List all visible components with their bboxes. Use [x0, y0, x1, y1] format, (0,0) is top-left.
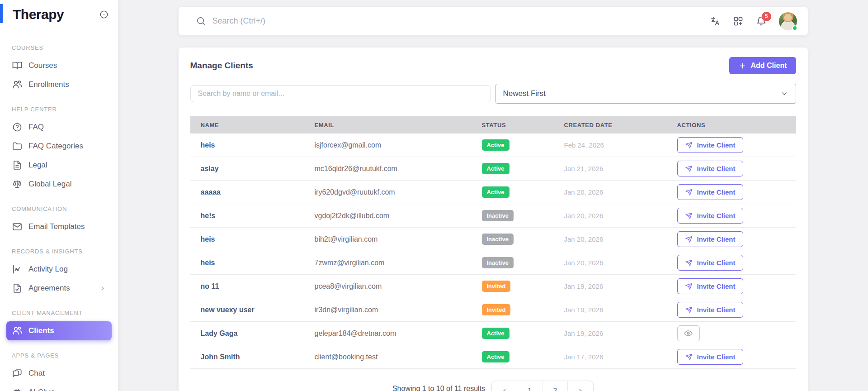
client-name: heis — [190, 259, 315, 267]
status-badge: Active — [482, 186, 509, 198]
page-button-1[interactable]: 1 — [517, 381, 542, 391]
sidebar-toggle-icon[interactable] — [99, 10, 109, 19]
apps-grid-icon[interactable] — [733, 16, 744, 27]
sort-select[interactable]: Newest First — [495, 84, 796, 104]
sidebar-item-label: Courses — [28, 61, 106, 70]
sidebar-item-enrollments[interactable]: Enrollments — [6, 75, 112, 94]
sidebar-item-activity-log[interactable]: Activity Log — [6, 260, 112, 279]
card-header: Manage Clients Add Client — [190, 57, 796, 75]
send-icon — [685, 282, 693, 291]
sidebar-item-courses[interactable]: Courses — [6, 56, 112, 75]
send-icon — [685, 212, 693, 220]
invite-client-button[interactable]: Invite Client — [677, 208, 743, 224]
sidebar-item-agreements[interactable]: Agreements — [6, 279, 112, 298]
pagination: Showing 1 to 10 of 11 results 12 — [190, 381, 796, 391]
eye-icon — [684, 329, 693, 338]
sidebar-item-label: Legal — [28, 161, 106, 170]
language-icon[interactable] — [710, 16, 721, 27]
sidebar-item-chat[interactable]: Chat — [6, 364, 112, 383]
table-row: no 11pcea8@virgilian.comInvitedJan 19, 2… — [190, 275, 796, 298]
logo-row: Therapy — [0, 0, 118, 29]
app-logo: Therapy — [13, 7, 99, 22]
client-email: gelepar184@dretnar.com — [315, 329, 482, 338]
add-client-button[interactable]: Add Client — [729, 57, 796, 74]
send-icon — [685, 141, 693, 149]
invite-client-button[interactable]: Invite Client — [677, 231, 743, 247]
row-actions: Invite Client — [677, 231, 796, 247]
created-date: Jan 19, 2026 — [564, 282, 677, 290]
sidebar-item-legal[interactable]: Legal — [6, 156, 112, 175]
users-icon — [12, 325, 23, 336]
global-search-input[interactable] — [212, 16, 402, 26]
invite-client-button[interactable]: Invite Client — [677, 278, 743, 294]
nav-section-label: RECORDS & INSIGHTS — [12, 248, 106, 255]
created-date: Jan 21, 2026 — [564, 165, 677, 172]
send-icon — [685, 259, 693, 267]
client-email: mc16qldr26@ruutukf.com — [315, 165, 482, 173]
next-page-button[interactable] — [568, 381, 593, 391]
invite-client-button[interactable]: Invite Client — [677, 302, 743, 318]
client-name: Lady Gaga — [190, 329, 315, 338]
client-name: new vuexy user — [190, 306, 315, 314]
status-badge: Inactive — [482, 257, 514, 268]
invite-client-button[interactable]: Invite Client — [677, 184, 743, 200]
client-search-input[interactable] — [190, 85, 491, 102]
row-actions: Invite Client — [677, 255, 796, 271]
invite-client-button[interactable]: Invite Client — [677, 137, 743, 153]
invite-client-label: Invite Client — [697, 188, 736, 196]
column-header-name: NAME — [190, 122, 315, 129]
main-area: 5 Manage Clients Add Client — [118, 0, 868, 391]
sidebar-item-faq-categories[interactable]: FAQ Categories — [6, 137, 112, 156]
table-row: he!svgdoj2t2dk@illubd.comInactiveJan 20,… — [190, 204, 796, 228]
prev-page-button[interactable] — [492, 381, 517, 391]
sidebar-item-clients[interactable]: Clients — [6, 321, 112, 340]
nav-section-label: COMMUNICATION — [12, 205, 106, 213]
sidebar-item-label: Activity Log — [28, 265, 106, 274]
created-date: Jan 17, 2026 — [564, 353, 677, 361]
chevron-right-icon — [99, 285, 106, 292]
table-row: aaaaairy620dgvd@ruutukf.comActiveJan 20,… — [190, 181, 796, 204]
invite-client-button[interactable]: Invite Client — [677, 161, 743, 176]
file-text-icon — [12, 160, 23, 171]
column-header-created-date: CREATED DATE — [564, 122, 677, 129]
send-icon — [685, 188, 693, 196]
book-icon — [12, 60, 23, 71]
page-title: Manage Clients — [190, 61, 253, 71]
chevron-down-icon — [780, 90, 788, 98]
nav-section-label: CLIENT MANAGEMENT — [12, 310, 106, 317]
folder-icon — [12, 141, 23, 152]
sidebar-item-global-legal[interactable]: Global Legal — [6, 175, 112, 194]
filters-row: Newest First — [190, 84, 796, 104]
table-row: John Smithclient@booking.testActiveJan 1… — [190, 345, 796, 369]
view-client-button[interactable] — [677, 325, 700, 341]
status-badge: Active — [482, 328, 509, 339]
table-row: Lady Gagagelepar184@dretnar.comActiveJan… — [190, 322, 796, 345]
user-avatar[interactable] — [779, 12, 797, 30]
status-badge: Invited — [482, 304, 511, 315]
global-search[interactable] — [196, 16, 710, 26]
created-date: Jan 19, 2026 — [564, 306, 677, 314]
users-icon — [12, 79, 23, 90]
column-header-status: STATUS — [482, 122, 564, 129]
invite-client-label: Invite Client — [697, 306, 736, 314]
notifications-button[interactable]: 5 — [756, 16, 767, 27]
topbar-actions: 5 — [710, 12, 797, 30]
invite-client-button[interactable]: Invite Client — [677, 255, 743, 271]
page-button-2[interactable]: 2 — [542, 381, 568, 391]
chat-icon — [12, 368, 23, 379]
sidebar-item-email-templates[interactable]: Email Templates — [6, 217, 112, 236]
column-header-email: EMAIL — [315, 122, 482, 129]
send-icon — [685, 306, 693, 314]
invite-client-button[interactable]: Invite Client — [677, 349, 743, 365]
client-email: pcea8@virgilian.com — [315, 282, 482, 291]
sidebar-item-faq[interactable]: FAQ — [6, 118, 112, 137]
mail-icon — [12, 221, 23, 232]
client-name: no 11 — [190, 282, 315, 291]
row-actions: Invite Client — [677, 302, 796, 318]
row-actions: Invite Client — [677, 161, 796, 176]
table-row: heisbih2t@virgilian.comInactiveJan 20, 2… — [190, 228, 796, 251]
created-date: Feb 24, 2026 — [564, 141, 677, 149]
chevron-left-icon — [501, 387, 508, 391]
row-actions — [677, 325, 796, 341]
sidebar-item-ai-chat[interactable]: AI Chat — [6, 383, 112, 391]
